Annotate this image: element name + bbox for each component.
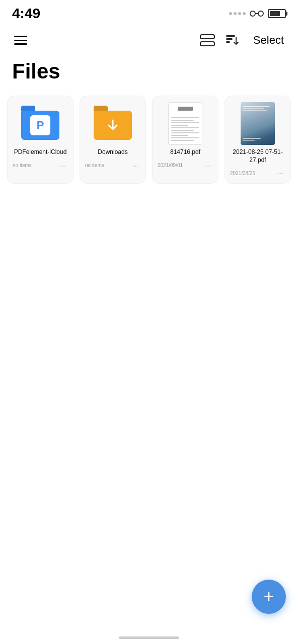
file-name-downloads: Downloads [85,148,140,156]
view-toggle-icon[interactable] [200,34,215,47]
file-thumbnail-pdf1 [165,103,205,143]
hamburger-line-1 [14,36,27,37]
svg-rect-3 [200,35,214,39]
pdf-preview-1 [168,102,202,145]
signal-icon [229,12,246,15]
svg-rect-5 [226,35,235,37]
file-grid: P PDFelement-iCloud no items ··· [0,96,298,184]
plus-icon: + [263,588,274,606]
file-date-pdf2: 2021/08/25 [230,171,255,176]
svg-rect-7 [226,41,230,43]
menu-button[interactable] [10,32,31,49]
file-date-downloads: no items [85,163,104,168]
svg-rect-4 [200,42,214,46]
file-meta-pdfelem: no items ··· [13,160,68,171]
status-bar: 4:49 [0,0,298,25]
file-card-pdf2[interactable]: 2021-08-25 07-51-27.pdf 2021/08/25 ··· [225,96,291,184]
file-meta-pdf1: 2021/09/01 ··· [158,160,213,171]
status-time: 4:49 [12,6,40,22]
nav-right: Select [200,32,288,49]
nav-bar: Select [0,25,298,55]
add-fab-button[interactable]: + [252,580,286,614]
file-card-pdf1[interactable]: 814716.pdf 2021/09/01 ··· [152,96,218,184]
hamburger-line-2 [14,40,27,41]
file-name-pdf1: 814716.pdf [158,148,213,156]
svg-rect-0 [250,11,255,16]
image-preview-1 [241,102,275,145]
file-meta-pdf2: 2021/08/25 ··· [230,168,285,178]
battery-icon [268,9,286,18]
link-icon [250,9,264,18]
svg-rect-6 [226,38,233,40]
download-arrow-icon [105,117,121,133]
file-more-pdf1[interactable]: ··· [203,160,213,171]
select-button[interactable]: Select [249,32,288,49]
file-more-pdf2[interactable]: ··· [275,168,285,178]
file-name-pdfelem: PDFelement-iCloud [13,148,68,156]
file-date-pdfelem: no items [13,163,32,168]
file-more-downloads[interactable]: ··· [130,160,140,171]
file-more-pdfelem[interactable]: ··· [58,160,68,171]
file-card-pdfelem[interactable]: P PDFelement-iCloud no items ··· [7,96,73,184]
sort-icon[interactable] [225,33,239,47]
home-indicator [119,636,179,639]
status-icons [229,9,286,18]
file-thumbnail-pdf2 [238,103,278,143]
file-date-pdf1: 2021/09/01 [158,163,183,168]
file-thumbnail-downloads [93,103,133,143]
file-meta-downloads: no items ··· [85,160,140,171]
file-thumbnail-pdfelem: P [20,103,60,143]
svg-rect-1 [258,11,263,16]
file-name-pdf2: 2021-08-25 07-51-27.pdf [230,148,285,164]
nav-left [10,32,31,49]
file-card-downloads[interactable]: Downloads no items ··· [80,96,146,184]
hamburger-line-3 [14,43,27,45]
page-title: Files [0,55,298,96]
